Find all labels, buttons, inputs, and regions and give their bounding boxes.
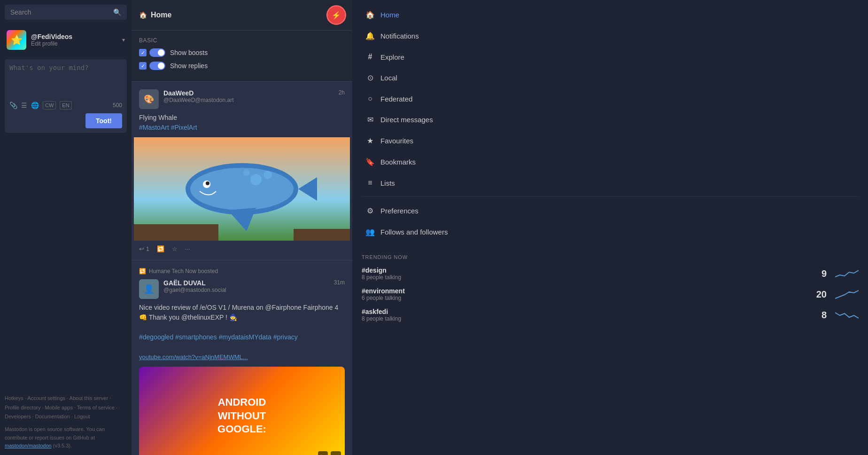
- lang-button[interactable]: EN: [60, 101, 71, 110]
- trending-section: TRENDING NOW #design 8 people talking 9 …: [352, 247, 868, 336]
- post-handle[interactable]: @DaaWeeD@mastodon.art: [163, 97, 339, 103]
- notifications-icon: 🔔: [365, 31, 375, 40]
- nav-item-direct-messages[interactable]: ✉ Direct messages: [356, 110, 864, 130]
- attachment-icon[interactable]: 📎: [9, 102, 17, 109]
- show-boosts-toggle[interactable]: ✓: [139, 48, 165, 57]
- svg-point-7: [250, 174, 262, 185]
- nav-item-notifications[interactable]: 🔔 Notifications: [356, 26, 864, 46]
- show-boosts-label: Show boosts: [170, 49, 208, 56]
- trend-chart-askfedi: [835, 309, 859, 321]
- cw-button[interactable]: CW: [43, 101, 56, 110]
- feed-header: 🏠 Home ⚡: [132, 0, 352, 31]
- boosts-switch[interactable]: [149, 48, 165, 57]
- play-button[interactable]: ▶: [318, 451, 328, 455]
- post-image: [139, 137, 345, 241]
- search-bar[interactable]: 🔍: [5, 5, 127, 20]
- replies-switch[interactable]: [149, 62, 165, 70]
- trend-sub-design: 8 people talking: [362, 274, 817, 281]
- trend-item-askfedi[interactable]: #askfedi 8 people talking 8: [362, 308, 859, 322]
- nav-label-direct-messages: Direct messages: [380, 116, 855, 124]
- reply-count: 1: [146, 246, 149, 252]
- post-meta-2: GAËL DUVAL @gael@mastodon.social: [163, 279, 334, 293]
- show-boosts-row: ✓ Show boosts: [139, 48, 345, 57]
- show-replies-label: Show replies: [170, 62, 208, 70]
- post-image-2: ANDROIDWITHOUTGOOGLE: ▶ ↗: [139, 367, 345, 455]
- more-button[interactable]: ···: [185, 245, 190, 252]
- trend-item-design[interactable]: #design 8 people talking 9: [362, 267, 859, 281]
- svg-point-9: [243, 169, 250, 176]
- post-link[interactable]: youtube.com/watch?v=aNjnMEMWML...: [139, 353, 248, 361]
- avatar: ⭐: [7, 30, 26, 50]
- char-count: 500: [113, 102, 122, 109]
- boosted-by: 🔁 Humane Tech Now boosted: [139, 268, 345, 275]
- post-author: DaaWeeD: [163, 89, 339, 97]
- post-tags[interactable]: #MastoArt #PixelArt: [139, 124, 197, 131]
- nav-label-local: Local: [380, 74, 855, 82]
- external-link-button[interactable]: ↗: [331, 451, 341, 455]
- nav-item-explore[interactable]: # Explore: [356, 47, 864, 67]
- post-content-2: Nice video review of /e/OS V1 / Murena o…: [139, 303, 345, 362]
- list-icon[interactable]: ☰: [21, 102, 27, 109]
- chevron-down-icon[interactable]: ▾: [122, 37, 125, 43]
- favourite-button[interactable]: ☆: [172, 245, 178, 252]
- post-handle-2[interactable]: @gael@mastodon.social: [163, 287, 334, 293]
- post-avatar-2: 👤: [139, 279, 159, 299]
- home-nav-icon: 🏠: [365, 10, 375, 19]
- show-replies-row: ✓ Show replies: [139, 62, 345, 70]
- nav-label-notifications: Notifications: [380, 32, 855, 40]
- show-replies-toggle[interactable]: ✓: [139, 62, 165, 70]
- github-link[interactable]: mastodon/mastodon: [5, 443, 52, 448]
- boosts-checkbox[interactable]: ✓: [139, 49, 147, 56]
- nav-label-federated: Federated: [380, 95, 855, 103]
- search-icon: 🔍: [113, 8, 121, 16]
- nav-label-explore: Explore: [380, 53, 855, 61]
- local-icon: ⊙: [365, 73, 375, 82]
- edit-profile-link[interactable]: Edit profile: [31, 40, 119, 47]
- trend-chart-design: [835, 267, 859, 280]
- compose-textarea[interactable]: [9, 64, 122, 97]
- trend-chart-environment: [835, 288, 859, 300]
- post-header-2: 👤 GAËL DUVAL @gael@mastodon.social 31m: [139, 279, 345, 299]
- boost-icon: 🔁: [139, 268, 146, 275]
- replies-checkbox[interactable]: ✓: [139, 62, 147, 70]
- post-text: Flying Whale: [139, 114, 177, 121]
- trend-tag-askfedi: #askfedi: [362, 308, 817, 315]
- nav-item-home[interactable]: 🏠 Home: [356, 5, 864, 25]
- profile-handle: @FediVideos: [31, 33, 119, 40]
- post-card-2: 🔁 Humane Tech Now boosted 👤 GAËL DUVAL @…: [132, 260, 352, 455]
- compose-area: 📎 ☰ 🌐 CW EN 500 Toot!: [5, 59, 127, 133]
- direct-messages-icon: ✉: [365, 115, 375, 124]
- reply-button[interactable]: ↩ 1: [139, 245, 149, 252]
- nav-item-local[interactable]: ⊙ Local: [356, 68, 864, 88]
- boosted-label: Humane Tech Now boosted: [149, 268, 218, 275]
- svg-rect-11: [294, 229, 345, 241]
- filter-button[interactable]: ⚡: [328, 7, 345, 24]
- footer-links: Hotkeys · Account settings · About this …: [5, 394, 127, 450]
- trend-count-askfedi: 8: [822, 310, 827, 321]
- search-input[interactable]: [10, 8, 113, 16]
- post-meta: DaaWeeD @DaaWeeD@mastodon.art: [163, 89, 339, 103]
- globe-icon[interactable]: 🌐: [31, 102, 39, 109]
- post-actions: ↩ 1 🔁 ☆ ···: [139, 245, 345, 252]
- svg-point-8: [264, 171, 272, 179]
- footer-nav-links: Hotkeys · Account settings · About this …: [5, 394, 127, 422]
- profile-section: ⭐ @FediVideos Edit profile ▾: [5, 26, 127, 54]
- post-avatar: 🎨: [139, 89, 159, 109]
- boost-button[interactable]: 🔁: [157, 245, 164, 252]
- post-time-2: 31m: [334, 279, 345, 286]
- trend-info-askfedi: #askfedi 8 people talking: [362, 308, 817, 322]
- post-header: 🎨 DaaWeeD @DaaWeeD@mastodon.art 2h: [139, 89, 345, 109]
- basic-label: Basic: [139, 37, 345, 44]
- trend-info-design: #design 8 people talking: [362, 267, 817, 281]
- toot-button[interactable]: Toot!: [85, 113, 122, 128]
- trend-count-environment: 20: [816, 289, 827, 300]
- post-card: 🎨 DaaWeeD @DaaWeeD@mastodon.art 2h Flyin…: [132, 82, 352, 260]
- trend-item-environment[interactable]: #environment 6 people talking 20: [362, 287, 859, 301]
- post-tags-2[interactable]: #degoogled #smartphones #mydataisMYdata …: [139, 333, 298, 341]
- video-overlay: ▶ ↗: [318, 451, 341, 455]
- nav-item-federated[interactable]: ○ Federated: [356, 89, 864, 109]
- filter-panel: Basic ✓ Show boosts ✓ Show replies: [132, 31, 352, 82]
- compose-toolbar: 📎 ☰ 🌐 CW EN 500: [9, 101, 122, 110]
- post-image-text: ANDROIDWITHOUTGOOGLE:: [213, 391, 271, 441]
- svg-point-2: [190, 168, 294, 210]
